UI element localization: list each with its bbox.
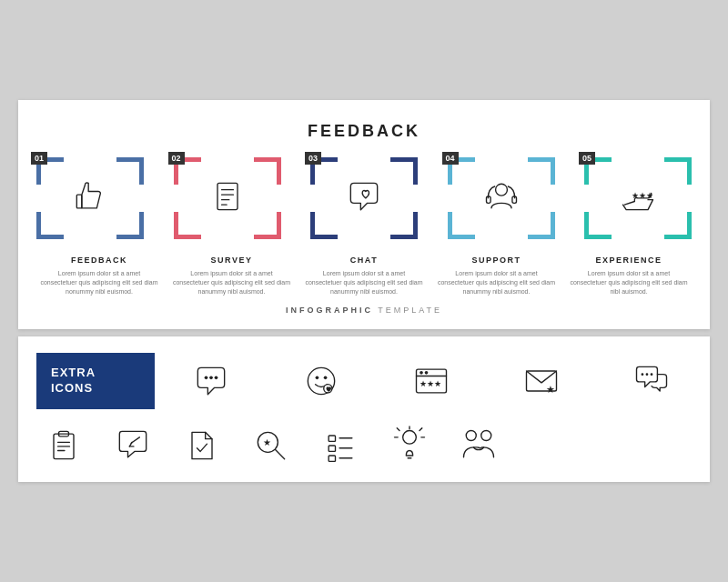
- step-2: 02: [174, 157, 281, 239]
- step-3: 03: [310, 157, 418, 239]
- document-check-icon: [182, 426, 222, 466]
- icons-top-grid: ★★★ ★: [171, 361, 692, 401]
- info-title-1: FEEDBACK: [40, 256, 158, 265]
- experience-icon: ★★★: [618, 176, 658, 221]
- svg-point-20: [425, 371, 429, 375]
- page-title: FEEDBACK: [36, 122, 692, 141]
- info-title-4: SUPPORT: [438, 256, 556, 265]
- svg-point-25: [645, 373, 648, 376]
- svg-point-12: [215, 376, 218, 379]
- speech-bubbles-icon-item: [632, 361, 672, 401]
- svg-text:★★★: ★★★: [420, 378, 441, 387]
- svg-point-14: [316, 376, 319, 379]
- step-4: 04: [448, 157, 555, 239]
- svg-line-49: [397, 427, 399, 430]
- svg-line-36: [276, 449, 285, 458]
- smiley-face-icon: [301, 361, 341, 401]
- star-rating-window-icon-item: ★★★: [411, 361, 451, 401]
- svg-rect-38: [329, 436, 335, 441]
- checklist-icon: [320, 426, 360, 466]
- svg-point-24: [641, 373, 643, 376]
- steps-row: 01 02: [36, 157, 692, 239]
- info-text-4: Lorem ipsum dolor sit a amet consectetue…: [438, 269, 556, 296]
- extra-icons-top-row: EXTRA ICONS: [36, 353, 692, 409]
- svg-point-26: [650, 373, 652, 376]
- chat-dots-icon: [191, 361, 231, 401]
- lightbulb-head-icon-item: [389, 426, 430, 466]
- chat-edit-icon: [113, 426, 153, 466]
- info-support: SUPPORT Lorem ipsum dolor sit a amet con…: [438, 256, 556, 296]
- svg-rect-39: [329, 446, 335, 451]
- chat-heart-icon: [344, 176, 384, 221]
- extra-icons-badge: EXTRA ICONS: [36, 353, 155, 409]
- svg-point-10: [205, 376, 208, 379]
- step-num-2: 02: [168, 152, 185, 165]
- svg-point-15: [324, 376, 328, 379]
- thumbs-up-icon: [70, 176, 110, 221]
- svg-rect-8: [511, 196, 516, 203]
- icons-bottom-grid: ★: [36, 426, 692, 466]
- email-star-icon-item: ★: [521, 361, 561, 401]
- svg-point-11: [210, 376, 214, 379]
- survey-icon: [207, 176, 248, 221]
- checklist-icon-item: [320, 426, 360, 466]
- info-title-3: CHAT: [305, 256, 423, 265]
- svg-rect-7: [486, 196, 490, 203]
- info-experience: EXPERIENCE Lorem ipsum dolor sit a amet …: [570, 256, 688, 296]
- email-star-icon: ★: [521, 361, 561, 401]
- info-survey: SURVEY Lorem ipsum dolor sit a amet cons…: [173, 256, 291, 296]
- info-feedback: FEEDBACK Lorem ipsum dolor sit a amet co…: [40, 256, 158, 296]
- info-title-5: EXPERIENCE: [570, 256, 688, 265]
- star-rating-window-icon: ★★★: [411, 361, 451, 401]
- info-text-1: Lorem ipsum dolor sit a amet consectetue…: [40, 269, 158, 296]
- step-num-3: 03: [305, 152, 321, 165]
- step-num-5: 05: [579, 152, 595, 165]
- info-text-2: Lorem ipsum dolor sit a amet consectetue…: [173, 269, 291, 296]
- people-handshake-icon-item: [459, 426, 499, 466]
- step-1: 01: [36, 157, 144, 239]
- lightbulb-head-icon: [389, 426, 430, 466]
- infographic-label: INFOGRAPHIC TEMPLATE: [36, 306, 692, 315]
- svg-point-53: [481, 430, 491, 440]
- svg-point-52: [466, 430, 476, 440]
- svg-rect-40: [329, 456, 335, 461]
- svg-point-19: [420, 371, 423, 375]
- speech-bubbles-icon: [632, 361, 672, 401]
- svg-point-6: [495, 184, 507, 196]
- step-5: 05 ★★★: [584, 157, 692, 239]
- step-num-4: 04: [442, 152, 459, 165]
- search-star-icon: ★: [251, 426, 291, 466]
- search-star-icon-item: ★: [251, 426, 291, 466]
- chat-edit-icon-item: [113, 426, 153, 466]
- info-row: FEEDBACK Lorem ipsum dolor sit a amet co…: [36, 256, 692, 296]
- step-num-1: 01: [31, 152, 47, 165]
- support-icon: [481, 176, 521, 221]
- info-title-2: SURVEY: [173, 256, 291, 265]
- svg-rect-1: [217, 183, 238, 209]
- clipboard-icon-item: [44, 426, 84, 466]
- top-card: FEEDBACK 01 02: [18, 100, 710, 328]
- svg-line-50: [420, 427, 422, 430]
- svg-point-44: [403, 430, 417, 444]
- clipboard-icon: [44, 426, 84, 466]
- info-chat: CHAT Lorem ipsum dolor sit a amet consec…: [305, 256, 423, 296]
- svg-text:★★★: ★★★: [632, 191, 653, 200]
- svg-rect-0: [76, 195, 82, 208]
- people-handshake-icon: [459, 426, 499, 466]
- infographic-bold: INFOGRAPHIC: [286, 306, 373, 315]
- document-check-icon-item: [182, 426, 222, 466]
- chat-dots-icon-item: [191, 361, 231, 401]
- info-text-5: Lorem ipsum dolor sit a amet consectetue…: [570, 269, 688, 296]
- bottom-card: EXTRA ICONS: [18, 336, 710, 482]
- info-text-3: Lorem ipsum dolor sit a amet consectetue…: [305, 269, 423, 296]
- svg-text:★: ★: [263, 437, 271, 447]
- svg-text:★: ★: [545, 384, 554, 395]
- smiley-icon-item: [301, 361, 341, 401]
